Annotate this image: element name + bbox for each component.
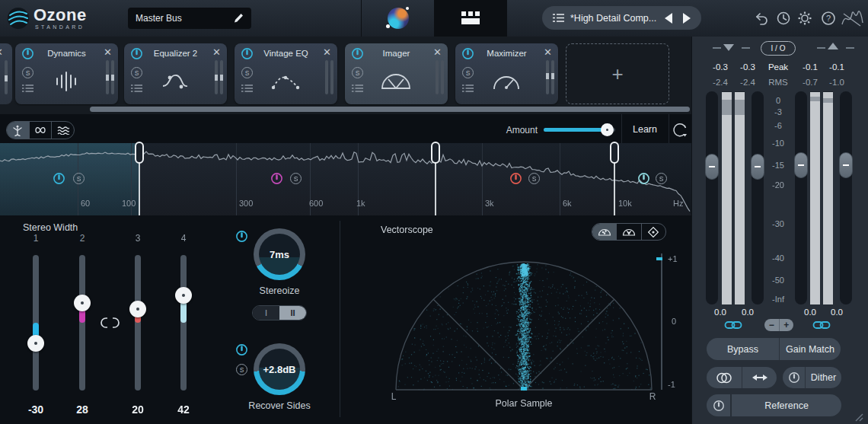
input-fader-r-handle[interactable] [751, 154, 764, 180]
module-chain-scrollbar[interactable] [90, 107, 690, 112]
preset-list-icon[interactable] [462, 84, 474, 93]
undo-icon[interactable] [755, 11, 769, 25]
reset-icon[interactable] [672, 121, 689, 139]
solo-icon[interactable]: S [352, 67, 363, 78]
corr-minus1-label: -1 [668, 380, 675, 389]
close-icon[interactable]: ✕ [212, 46, 221, 58]
add-module-button[interactable]: + [566, 43, 669, 104]
stereoize-knob[interactable]: 7ms [254, 228, 305, 280]
width-slider-3-handle[interactable] [129, 301, 146, 317]
dither-button[interactable]: Dither [805, 367, 841, 388]
preset-next-button[interactable] [683, 13, 691, 24]
output-fader-r-handle[interactable] [839, 152, 853, 178]
dither-power-icon[interactable] [783, 367, 805, 388]
preset-selector[interactable]: *High Detail Comp... [542, 6, 701, 30]
band2-power-icon[interactable] [270, 172, 283, 185]
width-slider-4-handle[interactable] [175, 287, 192, 304]
gain-match-button[interactable]: Gain Match [779, 338, 841, 360]
band1-solo-icon[interactable]: S [73, 173, 85, 184]
preset-prev-button[interactable] [665, 13, 672, 24]
recover-sides-solo-icon[interactable]: S [236, 364, 247, 375]
module-card-maximizer[interactable]: Maximizer ✕ S [455, 43, 558, 104]
band4-solo-icon[interactable]: S [656, 173, 667, 184]
solo-icon[interactable]: S [462, 67, 474, 78]
band1-power-icon[interactable] [53, 172, 65, 185]
module-card-equalizer2[interactable]: Equalizer 2 ✕ S [124, 43, 227, 104]
close-icon[interactable]: ✕ [433, 46, 442, 58]
stereoize-power-icon[interactable] [235, 230, 248, 243]
tab-module-chain[interactable] [434, 0, 507, 37]
solo-icon[interactable]: S [131, 67, 142, 78]
in-peak-l: -0.3 [713, 62, 728, 72]
crossover-handle-1[interactable] [135, 142, 144, 164]
output-fader-r[interactable] [840, 91, 852, 304]
spectrum-curve [0, 143, 691, 215]
output-trim-up-icon[interactable] [828, 43, 838, 49]
crossover-handle-3[interactable] [610, 142, 619, 164]
preset-list-icon[interactable] [241, 84, 253, 93]
crossover-handle-2[interactable] [431, 142, 440, 164]
settings-gear-icon[interactable] [797, 11, 812, 26]
input-fader-r[interactable] [752, 91, 764, 304]
resize-grip[interactable] [853, 411, 863, 422]
channel-swap-button[interactable] [742, 367, 777, 388]
output-fader-l-handle[interactable] [794, 152, 808, 178]
input-fader-l[interactable] [706, 91, 718, 304]
width-slider-4[interactable] [180, 255, 187, 391]
preset-list-icon[interactable] [131, 84, 142, 93]
meter-scale-label: -Inf [772, 295, 784, 304]
width-sliders-view-icon[interactable] [7, 122, 29, 139]
input-fader-l-handle[interactable] [705, 154, 719, 180]
meter-scale-label: 0 [776, 96, 780, 105]
edit-pencil-icon[interactable] [233, 13, 244, 24]
input-trim-down-icon[interactable] [723, 44, 734, 51]
mode-i[interactable]: I [253, 306, 279, 320]
reference-button[interactable]: Reference [732, 394, 841, 416]
width-slider-2[interactable] [79, 255, 85, 391]
io-label: I / O [771, 44, 786, 53]
module-card-dynamics[interactable]: Dynamics ✕ S [15, 43, 118, 104]
track-name-field[interactable]: Master Bus [128, 8, 251, 29]
help-icon[interactable]: ? [821, 11, 836, 26]
output-link-icon[interactable] [812, 320, 831, 330]
close-icon[interactable]: ✕ [104, 46, 112, 58]
stereoize-mode-toggle[interactable]: I II [252, 305, 307, 320]
recover-sides-knob[interactable]: +2.8dB [254, 343, 305, 395]
module-meter [220, 60, 223, 94]
correlation-view-icon[interactable] [51, 122, 74, 139]
bypass-button[interactable]: Bypass [707, 338, 779, 360]
stereo-mode-button[interactable] [707, 367, 742, 388]
width-slider-2-handle[interactable] [74, 295, 91, 311]
input-link-icon[interactable] [724, 320, 742, 330]
io-toggle-button[interactable]: I / O [761, 41, 796, 56]
reference-power-icon[interactable] [707, 394, 730, 416]
tab-assistant[interactable] [361, 0, 435, 37]
module-card-imager[interactable]: Imager ✕ S [345, 43, 448, 104]
trim-stepper[interactable]: − + [764, 319, 793, 331]
learn-button[interactable]: Learn [633, 124, 657, 135]
plus-button[interactable]: + [779, 319, 794, 331]
polar-view-icon[interactable] [29, 122, 52, 139]
band4-power-icon[interactable] [637, 172, 650, 185]
preset-list-icon[interactable] [22, 84, 34, 93]
band3-power-icon[interactable] [509, 172, 522, 185]
history-icon[interactable] [776, 11, 791, 26]
solo-icon[interactable]: S [241, 67, 253, 78]
recover-sides-power-icon[interactable] [235, 343, 248, 356]
module-card-vintage-eq[interactable]: Vintage EQ ✕ S [235, 43, 337, 104]
close-icon[interactable]: ✕ [544, 46, 552, 58]
mode-ii[interactable]: II [279, 306, 306, 320]
band2-solo-icon[interactable]: S [290, 173, 302, 184]
width-slider-3[interactable] [135, 255, 141, 391]
input-fader-r-value: 0.0 [742, 308, 754, 317]
output-fader-l[interactable] [795, 91, 807, 304]
width-slider-1-handle[interactable] [27, 335, 44, 352]
module-card-partial[interactable]: ✕ [0, 43, 12, 104]
band3-solo-icon[interactable]: S [528, 173, 540, 184]
close-icon[interactable]: ✕ [323, 46, 331, 58]
preset-list-icon[interactable] [352, 84, 363, 93]
minus-button[interactable]: − [764, 319, 779, 331]
amount-slider-handle[interactable] [601, 123, 614, 136]
solo-icon[interactable]: S [22, 67, 34, 78]
link-sliders-icon[interactable] [100, 316, 120, 330]
